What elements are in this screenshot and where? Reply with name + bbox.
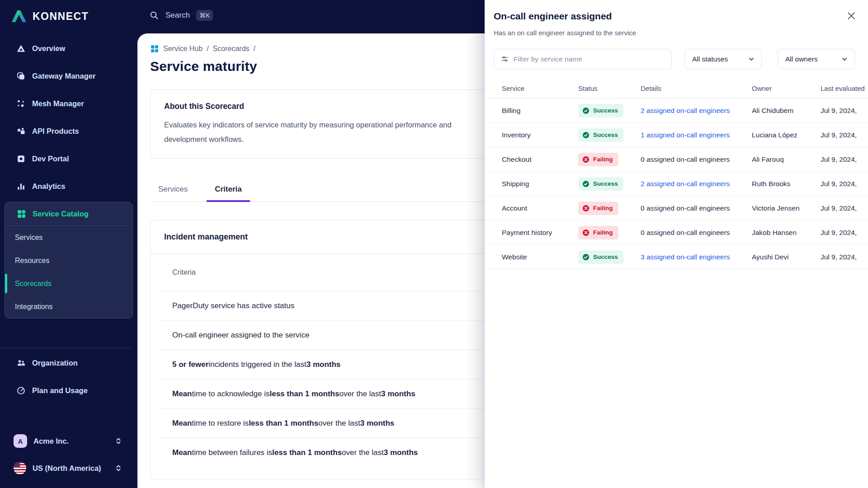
table-row: Checkout Failing 0 assigned on-call engi… xyxy=(485,147,868,172)
sidebar-item-label: Service Catalog xyxy=(33,210,89,218)
filter-lines-icon xyxy=(500,55,509,63)
status-badge: Failing xyxy=(578,153,618,166)
sidebar-item-label: Analytics xyxy=(32,182,65,191)
region-switcher[interactable]: US (North America) xyxy=(0,455,131,482)
sidebar-item-analytics[interactable]: Analytics xyxy=(0,173,131,200)
service-cell: Payment history xyxy=(485,229,578,237)
service-cell: Website xyxy=(485,253,578,261)
region-name: US (North America) xyxy=(33,464,108,473)
service-cell: Inventory xyxy=(485,131,578,139)
sidebar-item-service-catalog[interactable]: Service Catalog xyxy=(5,202,132,226)
sidebar-subitem-integrations[interactable]: Integrations xyxy=(5,295,132,318)
sidebar: KONNECT OverviewGateway ManagerMesh Mana… xyxy=(0,0,131,488)
details-link[interactable]: 1 assigned on-call engineers xyxy=(641,131,752,139)
grid-icon xyxy=(17,209,26,219)
sidebar-item-label: Organization xyxy=(32,359,78,367)
breadcrumb-separator: / xyxy=(254,45,255,53)
breadcrumb-separator: / xyxy=(207,45,208,53)
owner-cell: Ali Chidubem xyxy=(752,107,821,115)
details-link[interactable]: 2 assigned on-call engineers xyxy=(641,180,752,188)
table-column-header-details: Details xyxy=(641,84,752,92)
sidebar-section-service-catalog: Service Catalog ServicesResourcesScoreca… xyxy=(5,202,133,319)
table-row: Inventory Success 1 assigned on-call eng… xyxy=(485,123,868,147)
table-row: Website Success 3 assigned on-call engin… xyxy=(485,245,868,269)
details-link[interactable]: 2 assigned on-call engineers xyxy=(641,107,752,115)
last-evaluated-cell: Jul 9, 2024, xyxy=(821,131,868,139)
owner-select[interactable]: All owners xyxy=(778,49,855,69)
dev-portal-icon xyxy=(16,154,26,164)
sidebar-subitem-resources[interactable]: Resources xyxy=(5,249,132,272)
sidebar-item-mesh-manager[interactable]: Mesh Manager xyxy=(0,90,131,117)
sidebar-item-plan-and-usage[interactable]: Plan and Usage xyxy=(0,377,131,404)
table-row: Shipping Success 2 assigned on-call engi… xyxy=(485,172,868,196)
status-badge: Success xyxy=(578,104,623,117)
service-name-filter[interactable] xyxy=(494,49,672,69)
sidebar-switchers: A Acme Inc. US (North America) xyxy=(0,427,131,482)
owner-cell: Jakob Hansen xyxy=(752,229,821,237)
panel-title: On-call engineer assigned xyxy=(494,11,612,22)
service-name-filter-input[interactable] xyxy=(514,55,665,63)
sidebar-item-organization[interactable]: Organization xyxy=(0,349,131,377)
table-column-header-last-evaluated: Last evaluated xyxy=(821,84,868,92)
service-cell: Checkout xyxy=(485,155,578,164)
status-badge: Failing xyxy=(578,202,618,215)
x-circle-icon xyxy=(582,156,590,163)
sidebar-subitem-services[interactable]: Services xyxy=(5,226,132,249)
status-cell: Failing xyxy=(578,226,641,239)
owner-cell: Victoria Jensen xyxy=(752,204,821,212)
global-search[interactable]: Search ⌘K xyxy=(149,10,213,21)
owner-cell: Ayushi Devi xyxy=(752,253,821,261)
konnect-logo[interactable]: KONNECT xyxy=(10,7,89,25)
sidebar-item-dev-portal[interactable]: Dev Portal xyxy=(0,145,131,173)
panel-filters: All statuses All owners xyxy=(494,49,855,69)
check-circle-icon xyxy=(582,253,590,261)
x-circle-icon xyxy=(582,205,590,212)
table-column-header-owner: Owner xyxy=(752,84,821,92)
table-row: Billing Success 2 assigned on-call engin… xyxy=(485,99,868,123)
status-select[interactable]: All statuses xyxy=(684,49,762,69)
services-table-header: ServiceStatusDetailsOwnerLast evaluated xyxy=(485,79,868,99)
chevron-down-icon xyxy=(841,56,848,63)
check-circle-icon xyxy=(582,131,590,139)
sidebar-item-label: Gateway Manager xyxy=(32,72,95,80)
search-shortcut-badge: ⌘K xyxy=(196,10,213,21)
us-flag-icon xyxy=(14,462,26,474)
bar-chart-icon xyxy=(16,182,26,191)
table-column-header-service: Service xyxy=(485,84,578,92)
people-icon xyxy=(16,358,26,368)
details-link[interactable]: 3 assigned on-call engineers xyxy=(641,253,752,261)
details-text: 0 assigned on-call engineers xyxy=(641,204,752,212)
tab-criteria[interactable]: Criteria xyxy=(207,180,250,202)
api-products-icon xyxy=(16,127,26,136)
service-cell: Account xyxy=(485,204,578,212)
breadcrumb-scorecards[interactable]: Scorecards xyxy=(213,45,250,53)
oncall-engineer-panel: On-call engineer assigned Has an on call… xyxy=(485,0,868,488)
status-badge: Success xyxy=(578,128,623,142)
status-badge: Success xyxy=(578,250,623,264)
konnect-logo-mark-icon xyxy=(10,7,28,25)
sidebar-item-label: API Products xyxy=(32,127,79,136)
close-icon[interactable] xyxy=(846,11,856,21)
org-avatar: A xyxy=(14,434,27,448)
sidebar-item-overview[interactable]: Overview xyxy=(0,35,131,62)
services-table-body: Billing Success 2 assigned on-call engin… xyxy=(485,99,868,269)
chevrons-up-down-icon xyxy=(115,465,122,472)
service-cell: Billing xyxy=(485,107,578,115)
sidebar-subitem-scorecards[interactable]: Scorecards xyxy=(5,272,132,295)
owner-cell: Ruth Brooks xyxy=(752,180,821,188)
owner-cell: Ali Farouq xyxy=(752,155,821,164)
status-cell: Success xyxy=(578,104,641,117)
tab-services[interactable]: Services xyxy=(150,180,196,202)
table-column-header-status: Status xyxy=(578,84,641,92)
gauge-icon xyxy=(16,386,26,395)
sidebar-item-api-products[interactable]: API Products xyxy=(0,117,131,145)
sidebar-item-gateway-manager[interactable]: Gateway Manager xyxy=(0,62,131,90)
chevron-down-icon xyxy=(748,56,755,63)
breadcrumb-service-hub[interactable]: Service Hub xyxy=(163,45,203,53)
panel-subtitle: Has an on call engineer assigned to the … xyxy=(494,29,636,37)
sidebar-nav-footer: OrganizationPlan and Usage xyxy=(0,348,131,404)
check-circle-icon xyxy=(582,180,590,188)
status-badge: Success xyxy=(578,177,623,191)
org-switcher[interactable]: A Acme Inc. xyxy=(0,427,131,455)
org-name: Acme Inc. xyxy=(33,437,108,446)
